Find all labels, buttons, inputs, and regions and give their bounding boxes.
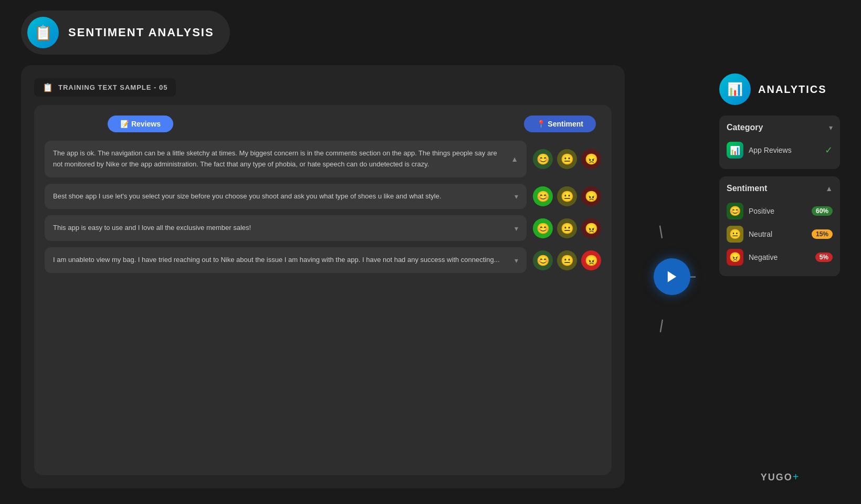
reviews-header: 📝 Reviews 📍 Sentiment xyxy=(45,116,601,141)
neutral-label: Neutral xyxy=(749,230,806,238)
reviews-container: 📝 Reviews 📍 Sentiment The app is ok. The… xyxy=(34,105,612,475)
analytics-header: 📊 ANALYTICS xyxy=(719,65,840,116)
review-chevron-1[interactable]: ▲ xyxy=(511,155,518,163)
sentiment-negative-item: 😠 Negative 5% xyxy=(727,246,833,269)
table-row: The app is ok. The navigation can be a l… xyxy=(45,141,601,177)
reviews-tab-button[interactable]: 📝 Reviews xyxy=(108,116,173,132)
positive-emoji-3[interactable]: 😊 xyxy=(533,218,553,238)
negative-emoji-2[interactable]: 😠 xyxy=(581,186,601,206)
yugo-text: YUGO xyxy=(761,472,793,482)
analytics-title: ANALYTICS xyxy=(758,83,827,96)
panel-label-icon: 📋 xyxy=(43,82,53,92)
sentiment-emojis-3: 😊 😐 😠 xyxy=(533,218,601,238)
category-chevron-icon[interactable]: ▾ xyxy=(829,123,833,132)
sentiment-positive-item: 😊 Positive 60% xyxy=(727,200,833,223)
forward-button[interactable] xyxy=(654,258,690,295)
analytics-icon: 📊 xyxy=(719,74,751,105)
sentiment-tab-button[interactable]: 📍 Sentiment xyxy=(524,116,596,132)
positive-label: Positive xyxy=(749,207,806,215)
sentiment-chevron-icon[interactable]: ▲ xyxy=(825,184,833,193)
sentiment-neutral-item: 😐 Neutral 15% xyxy=(727,223,833,246)
connector-tick-bottom: \ xyxy=(655,317,668,336)
yugo-plus: + xyxy=(793,471,799,482)
review-text-3: This app is easy to use and I love all t… xyxy=(53,223,514,234)
positive-emoji-1[interactable]: 😊 xyxy=(533,149,553,169)
positive-sentiment-icon: 😊 xyxy=(727,203,743,219)
sentiment-emojis-1: 😊 😐 😠 xyxy=(533,149,601,169)
header-icon: 📋 xyxy=(27,17,59,48)
negative-label: Negative xyxy=(749,253,810,261)
main-content: 📋 TRAINING TEXT SAMPLE - 05 📝 Reviews 📍 … xyxy=(0,65,861,504)
panel-label: 📋 TRAINING TEXT SAMPLE - 05 xyxy=(34,78,176,97)
review-card-4: I am unableto view my bag. I have tried … xyxy=(45,247,527,273)
category-section: Category ▾ 📊 App Reviews ✓ xyxy=(719,116,840,169)
review-list: The app is ok. The navigation can be a l… xyxy=(45,141,601,273)
sentiment-section-header: Sentiment ▲ xyxy=(727,184,833,193)
sentiment-emojis-4: 😊 😐 😠 xyxy=(533,250,601,270)
review-chevron-4[interactable]: ▾ xyxy=(514,256,518,265)
connector-tick-top: / xyxy=(655,223,668,242)
header-icon-glyph: 📋 xyxy=(34,24,52,41)
review-text-4: I am unableto view my bag. I have tried … xyxy=(53,255,514,266)
review-chevron-2[interactable]: ▾ xyxy=(514,192,518,201)
table-row: I am unableto view my bag. I have tried … xyxy=(45,247,601,273)
sentiment-section-title: Sentiment xyxy=(727,184,767,193)
category-section-title: Category xyxy=(727,123,763,132)
header: 📋 SENTIMENT ANALYSIS xyxy=(0,0,861,65)
neutral-emoji-1[interactable]: 😐 xyxy=(557,149,577,169)
review-card-1: The app is ok. The navigation can be a l… xyxy=(45,141,527,177)
positive-emoji-2[interactable]: 😊 xyxy=(533,186,553,206)
header-left-panel: 📋 SENTIMENT ANALYSIS xyxy=(21,10,230,55)
category-item-icon: 📊 xyxy=(727,142,743,159)
review-text-1: The app is ok. The navigation can be a l… xyxy=(53,148,511,170)
category-section-header: Category ▾ xyxy=(727,123,833,132)
sentiment-section: Sentiment ▲ 😊 Positive 60% 😐 Neutral 15%… xyxy=(719,176,840,276)
review-text-2: Best shoe app I use let's you select you… xyxy=(53,191,514,202)
header-title: SENTIMENT ANALYSIS xyxy=(68,26,214,39)
review-chevron-3[interactable]: ▾ xyxy=(514,224,518,233)
panel-label-text: TRAINING TEXT SAMPLE - 05 xyxy=(58,83,167,91)
neutral-pct-badge: 15% xyxy=(812,229,833,239)
negative-emoji-3[interactable]: 😠 xyxy=(581,218,601,238)
category-item: 📊 App Reviews ✓ xyxy=(727,139,833,162)
positive-emoji-4[interactable]: 😊 xyxy=(533,250,553,270)
positive-pct-badge: 60% xyxy=(812,206,833,216)
negative-sentiment-icon: 😠 xyxy=(727,249,743,266)
neutral-sentiment-icon: 😐 xyxy=(727,226,743,243)
yugo-logo: YUGO+ xyxy=(719,466,840,488)
table-row: Best shoe app I use let's you select you… xyxy=(45,184,601,209)
category-item-label: App Reviews xyxy=(749,146,820,154)
review-card-2: Best shoe app I use let's you select you… xyxy=(45,184,527,209)
right-panel: 📊 ANALYTICS Category ▾ 📊 App Reviews ✓ S… xyxy=(719,65,840,488)
neutral-emoji-4[interactable]: 😐 xyxy=(557,250,577,270)
neutral-emoji-3[interactable]: 😐 xyxy=(557,218,577,238)
left-panel: 📋 TRAINING TEXT SAMPLE - 05 📝 Reviews 📍 … xyxy=(21,65,625,488)
connector-area: / \ xyxy=(640,65,704,488)
neutral-emoji-2[interactable]: 😐 xyxy=(557,186,577,206)
review-card-3: This app is easy to use and I love all t… xyxy=(45,215,527,241)
table-row: This app is easy to use and I love all t… xyxy=(45,215,601,241)
analytics-icon-glyph: 📊 xyxy=(727,82,743,97)
negative-pct-badge: 5% xyxy=(815,253,833,262)
check-icon: ✓ xyxy=(825,144,833,156)
sentiment-emojis-2: 😊 😐 😠 xyxy=(533,186,601,206)
svg-marker-0 xyxy=(668,271,676,282)
negative-emoji-1[interactable]: 😠 xyxy=(581,149,601,169)
negative-emoji-4[interactable]: 😠 xyxy=(581,250,601,270)
